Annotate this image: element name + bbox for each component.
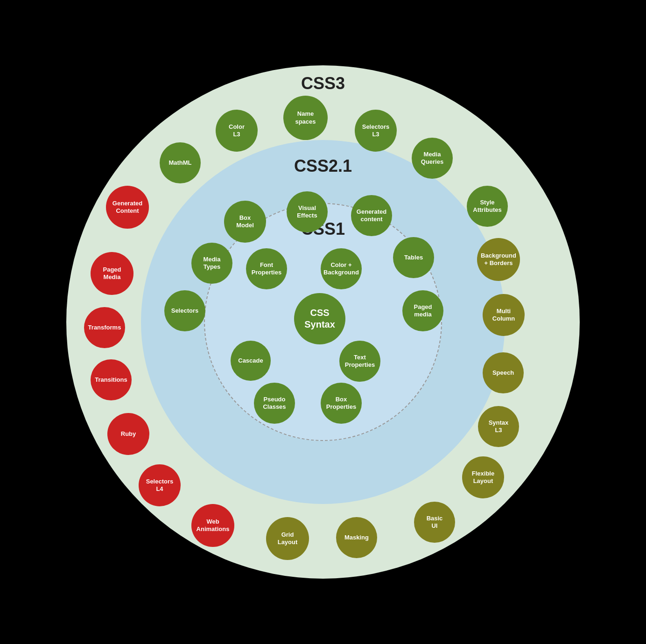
node-paged-media-red[interactable]: PagedMedia [91,252,133,295]
node-color-l3[interactable]: ColorL3 [216,110,258,152]
node-grid-layout[interactable]: GridLayout [266,517,309,560]
diagram: CSS3 CSS2.1 CSS1 CSSSyntaxColorL3Namespa… [66,65,580,579]
node-media-queries[interactable]: MediaQueries [412,138,453,179]
node-generated-content-green[interactable]: Generatedcontent [351,195,392,236]
node-visual-effects[interactable]: VisualEffects [287,191,328,232]
node-paged-media-green[interactable]: Pagedmedia [402,290,443,331]
node-background-borders[interactable]: Background+ Borders [477,238,520,281]
node-web-animations[interactable]: WebAnimations [191,504,234,547]
node-text-properties[interactable]: TextProperties [339,341,380,382]
node-mathml[interactable]: MathML [160,142,201,183]
node-multi-column[interactable]: MultiColumn [483,294,525,336]
node-namespaces[interactable]: Namespaces [283,96,328,140]
node-speech[interactable]: Speech [483,352,524,393]
node-selectors-css1[interactable]: Selectors [164,290,205,331]
node-font-properties[interactable]: FontProperties [246,248,287,289]
node-selectors-l4[interactable]: SelectorsL4 [139,464,181,506]
node-selectors-l3[interactable]: SelectorsL3 [355,110,397,152]
node-tables[interactable]: Tables [393,237,434,278]
node-ruby[interactable]: Ruby [107,413,149,455]
node-color-background[interactable]: Color +Background [321,248,362,289]
node-cascade[interactable]: Cascade [231,341,271,381]
node-generated-content[interactable]: GeneratedContent [106,186,149,229]
node-basic-ui[interactable]: BasicUI [414,502,455,543]
node-transforms[interactable]: Transforms [84,307,125,348]
node-flexible-layout[interactable]: FlexibleLayout [462,456,504,498]
node-style-attributes[interactable]: StyleAttributes [467,186,508,227]
node-media-types[interactable]: MediaTypes [191,243,232,284]
node-pseudo-classes[interactable]: PseudoClasses [254,383,295,424]
node-css-syntax[interactable]: CSSSyntax [294,293,345,344]
node-box-properties[interactable]: BoxProperties [321,383,362,424]
node-masking[interactable]: Masking [336,517,377,558]
node-syntax-l3[interactable]: SyntaxL3 [478,406,519,447]
node-transitions[interactable]: Transitions [91,359,132,400]
node-box-model[interactable]: BoxModel [224,201,266,243]
